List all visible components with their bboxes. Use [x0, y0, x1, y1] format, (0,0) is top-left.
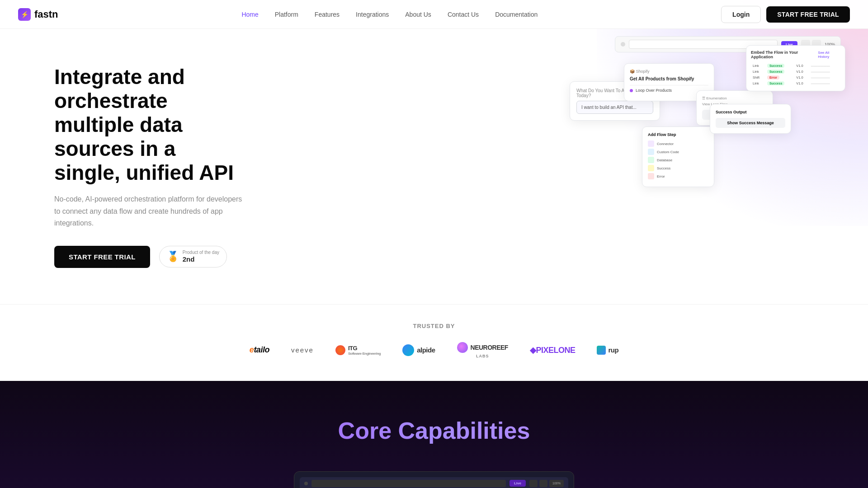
rupie-icon [597, 346, 606, 355]
loop-label: Loop Over Products [636, 88, 672, 93]
trusted-logos: etailo veeve ITG Software Engineering al… [18, 342, 850, 358]
brand-name: fastn [34, 9, 58, 20]
hero-title: Integrate and orchestrate multiple data … [54, 65, 244, 184]
login-button[interactable]: Login [721, 6, 761, 23]
output-msg: Show Success Message [716, 118, 785, 128]
core-section: Core Capabilities Live 100% AI Agent [0, 381, 868, 488]
table-title: Embed The Flow in Your Application [751, 50, 818, 59]
alpide-icon [402, 344, 414, 356]
table-header: Embed The Flow in Your Application See A… [751, 50, 840, 59]
hero-subtitle: No-code, AI-powered orchestration platfo… [54, 193, 244, 229]
trusted-section: TRUSTED BY etailo veeve ITG Software Eng… [0, 304, 868, 381]
add-step-card: Add Flow Step Connector Custom Code Data… [642, 127, 714, 187]
medal-icon: 🏅 [167, 251, 179, 263]
neuroreef-text: NEUROREEF [471, 344, 508, 351]
table-card: Embed The Flow in Your Application See A… [746, 45, 845, 91]
logo-icon: ⚡ [18, 8, 31, 21]
table-row: ShiftErrorV1.0—————— [751, 75, 840, 80]
nav-link-home[interactable]: Home [234, 7, 265, 22]
nav-actions: Login START FREE TRIAL [721, 6, 850, 23]
nav-cta-button[interactable]: START FREE TRIAL [766, 6, 850, 23]
logo-rupie: rup [597, 346, 618, 355]
logo-tailo: etailo [250, 345, 269, 355]
hero-actions: START FREE TRIAL 🏅 Product of the day 2n… [54, 246, 244, 268]
nav-links: Home Platform Features Integrations Abou… [234, 7, 545, 22]
bottom-topbar: Live 100% [300, 477, 568, 488]
history-table: LinkSuccessV1.0—————— LinkSuccessV1.0———… [751, 63, 840, 86]
bottom-live-pill: Live [509, 480, 526, 487]
nav-link-contact[interactable]: Contact Us [440, 7, 486, 22]
step-error: Error [648, 173, 708, 179]
table-link[interactable]: See All History [818, 51, 840, 59]
neuroreef-icon [457, 342, 468, 353]
itg-text: ITG Software Engineering [348, 345, 381, 356]
hero-content: Integrate and orchestrate multiple data … [0, 29, 244, 304]
alpide-text: alpide [417, 346, 435, 354]
hero-visual: Live 100% What Do You Want To Automate T… [570, 36, 850, 217]
add-step-title: Add Flow Step [648, 132, 708, 137]
step-database: Database [648, 157, 708, 163]
trusted-label: TRUSTED BY [18, 323, 850, 329]
nav-link-features[interactable]: Features [307, 7, 347, 22]
badge-top-text: Product of the day [183, 250, 219, 255]
output-card: Success Output Show Success Message [710, 104, 791, 134]
navbar: ⚡ fastn Home Platform Features Integrati… [0, 0, 868, 29]
table-row: LinkSuccessV1.0—————— [751, 69, 840, 75]
neuroreef-top: NEUROREEF [457, 342, 508, 353]
hero-section: Integrate and orchestrate multiple data … [0, 0, 868, 304]
table-row: LinkSuccessV1.0—————— [751, 80, 840, 86]
bottom-ui-preview: Live 100% AI Agent [294, 471, 574, 488]
step-custom-code: Custom Code [648, 149, 708, 155]
pixelone-text: PIXELONE [536, 346, 575, 355]
badge-num-text: 2nd [183, 255, 219, 263]
logo-veeve: veeve [291, 346, 314, 354]
logo[interactable]: ⚡ fastn [18, 8, 58, 21]
itg-icon [335, 345, 345, 355]
logo-neuroreef: NEUROREEF LABS [457, 342, 508, 358]
logo-itg: ITG Software Engineering [335, 345, 381, 356]
output-title: Success Output [716, 110, 785, 114]
bottom-input-mock [311, 480, 506, 487]
nav-link-docs[interactable]: Documentation [488, 7, 545, 22]
bottom-dot [304, 482, 308, 485]
topbar-circle [621, 42, 625, 47]
table-row: LinkSuccessV1.0—————— [751, 63, 840, 69]
logo-pixelone: ◆PIXELONE [530, 345, 576, 355]
logo-alpide: alpide [402, 344, 435, 356]
shopify-step-label: Get All Products from Shopify [630, 76, 708, 81]
step-success: Success [648, 165, 708, 171]
product-badge: 🏅 Product of the day 2nd [159, 246, 227, 267]
core-title: Core Capabilities [18, 417, 850, 444]
nav-link-about[interactable]: About Us [398, 7, 439, 22]
hero-cta-button[interactable]: START FREE TRIAL [54, 246, 150, 268]
nav-link-platform[interactable]: Platform [268, 7, 306, 22]
step-connector: Connector [648, 141, 708, 147]
prompt-input-mock: I want to build an API that... [576, 101, 653, 114]
rupie-text: rup [608, 346, 618, 354]
neuroreef-sub: LABS [476, 354, 489, 358]
badge-text: Product of the day 2nd [183, 250, 219, 263]
nav-link-integrations[interactable]: Integrations [349, 7, 396, 22]
